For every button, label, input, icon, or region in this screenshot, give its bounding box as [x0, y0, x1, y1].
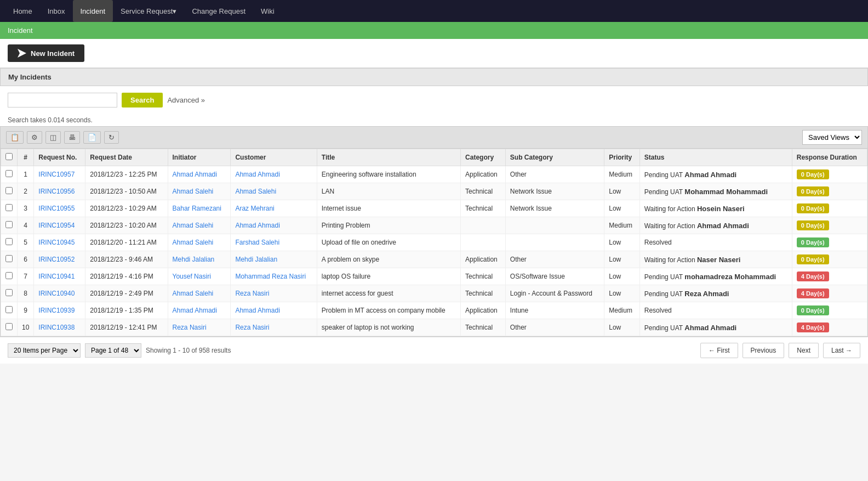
- row-customer[interactable]: Mehdi Jalalian: [231, 251, 317, 268]
- th-priority: Priority: [604, 149, 639, 166]
- row-initiator[interactable]: Ahmad Salehi: [168, 183, 231, 200]
- row-checkbox[interactable]: [5, 221, 13, 228]
- toolbar-copy-btn[interactable]: 📋: [6, 131, 24, 144]
- new-incident-button[interactable]: New Incident: [8, 44, 84, 62]
- row-checkbox[interactable]: [5, 204, 13, 211]
- row-checkbox-cell: [1, 302, 18, 319]
- row-request-no[interactable]: IRINC10956: [34, 183, 85, 200]
- row-checkbox[interactable]: [5, 323, 13, 330]
- nav-change-request[interactable]: Change Request: [184, 0, 253, 22]
- nav-service-request[interactable]: Service Request ▾: [113, 0, 184, 22]
- row-request-no[interactable]: IRINC10954: [34, 217, 85, 234]
- row-priority: Medium: [604, 217, 639, 234]
- row-response-duration: 0 Day(s): [792, 183, 867, 200]
- row-response-duration: 0 Day(s): [792, 217, 867, 234]
- row-title: Upload of file on onedrive: [317, 234, 460, 251]
- table-row: 6 IRINC10952 2018/12/23 - 9:46 AM Mehdi …: [1, 251, 867, 268]
- row-response-duration: 0 Day(s): [792, 302, 867, 319]
- toolbar-export-btn[interactable]: 📄: [83, 131, 101, 144]
- row-initiator[interactable]: Ahmad Ahmadi: [168, 302, 231, 319]
- table-row: 5 IRINC10945 2018/12/20 - 11:21 AM Ahmad…: [1, 234, 867, 251]
- row-checkbox[interactable]: [5, 170, 13, 177]
- row-initiator[interactable]: Mehdi Jalalian: [168, 251, 231, 268]
- per-page-select[interactable]: 20 Items per Page: [8, 343, 81, 358]
- row-request-date: 2018/12/19 - 1:35 PM: [85, 302, 168, 319]
- row-sub-category: Intune: [505, 302, 604, 319]
- action-bar: New Incident: [0, 39, 868, 68]
- row-title: Internet issue: [317, 200, 460, 217]
- row-response-duration: 0 Day(s): [792, 200, 867, 217]
- row-initiator[interactable]: Yousef Nasiri: [168, 268, 231, 285]
- row-request-no[interactable]: IRINC10940: [34, 285, 85, 302]
- search-input[interactable]: [8, 93, 117, 107]
- search-info: Search takes 0.014 seconds.: [0, 114, 868, 126]
- row-customer[interactable]: Araz Mehrani: [231, 200, 317, 217]
- response-badge: 0 Day(s): [797, 186, 829, 196]
- row-checkbox[interactable]: [5, 306, 13, 313]
- next-page-button[interactable]: Next: [789, 343, 819, 358]
- row-priority: Low: [604, 200, 639, 217]
- first-page-button[interactable]: ← First: [700, 343, 738, 358]
- row-checkbox[interactable]: [5, 272, 13, 279]
- nav-incident[interactable]: Incident: [73, 0, 113, 22]
- row-request-no[interactable]: IRINC10939: [34, 302, 85, 319]
- row-checkbox[interactable]: [5, 187, 13, 194]
- search-button[interactable]: Search: [122, 93, 163, 107]
- th-request-no: Request No.: [34, 149, 85, 166]
- nav-inbox[interactable]: Inbox: [40, 0, 73, 22]
- row-response-duration: 0 Day(s): [792, 234, 867, 251]
- row-checkbox[interactable]: [5, 289, 13, 296]
- section-header: My Incidents: [0, 68, 868, 86]
- row-request-no[interactable]: IRINC10938: [34, 319, 85, 336]
- row-customer[interactable]: Reza Nasiri: [231, 285, 317, 302]
- row-request-date: 2018/12/23 - 10:50 AM: [85, 183, 168, 200]
- toolbar-print-btn[interactable]: 🖶: [64, 131, 80, 144]
- last-page-button[interactable]: Last →: [823, 343, 860, 358]
- row-initiator[interactable]: Ahmad Salehi: [168, 285, 231, 302]
- row-response-duration: 4 Day(s): [792, 268, 867, 285]
- page-select[interactable]: Page 1 of 48: [85, 343, 141, 358]
- row-checkbox[interactable]: [5, 238, 13, 245]
- row-request-date: 2018/12/20 - 11:21 AM: [85, 234, 168, 251]
- toolbar-settings-btn[interactable]: ⚙: [27, 131, 42, 144]
- toolbar-refresh-btn[interactable]: ↻: [104, 131, 119, 144]
- row-customer[interactable]: Ahmad Ahmadi: [231, 217, 317, 234]
- row-request-no[interactable]: IRINC10945: [34, 234, 85, 251]
- row-priority: Low: [604, 183, 639, 200]
- saved-views-select[interactable]: Saved Views: [802, 130, 862, 145]
- row-initiator[interactable]: Ahmad Salehi: [168, 217, 231, 234]
- row-request-no[interactable]: IRINC10952: [34, 251, 85, 268]
- row-customer[interactable]: Ahmad Ahmadi: [231, 166, 317, 183]
- row-title: Problem in MT access on company mobile: [317, 302, 460, 319]
- row-request-no[interactable]: IRINC10941: [34, 268, 85, 285]
- th-status: Status: [639, 149, 792, 166]
- row-customer[interactable]: Reza Nasiri: [231, 319, 317, 336]
- th-num: #: [18, 149, 34, 166]
- row-category: Technical: [461, 200, 506, 217]
- row-customer[interactable]: Ahmad Ahmadi: [231, 302, 317, 319]
- row-initiator[interactable]: Ahmad Salehi: [168, 234, 231, 251]
- nav-wiki[interactable]: Wiki: [253, 0, 282, 22]
- row-response-duration: 0 Day(s): [792, 251, 867, 268]
- previous-page-button[interactable]: Previous: [743, 343, 785, 358]
- row-status: Resolved: [639, 234, 792, 251]
- row-num: 7: [18, 268, 34, 285]
- row-title: Engineering software installation: [317, 166, 460, 183]
- breadcrumb: Incident: [0, 22, 868, 39]
- row-customer[interactable]: Farshad Salehi: [231, 234, 317, 251]
- row-initiator[interactable]: Ahmad Ahmadi: [168, 166, 231, 183]
- advanced-search-link[interactable]: Advanced »: [167, 96, 205, 104]
- row-customer[interactable]: Mohammad Reza Nasiri: [231, 268, 317, 285]
- toolbar-table-btn[interactable]: ◫: [45, 131, 61, 144]
- row-initiator[interactable]: Bahar Ramezani: [168, 200, 231, 217]
- row-request-no[interactable]: IRINC10957: [34, 166, 85, 183]
- row-title: internet access for guest: [317, 285, 460, 302]
- row-request-no[interactable]: IRINC10955: [34, 200, 85, 217]
- row-status: Pending UAT Ahmad Ahmadi: [639, 319, 792, 336]
- row-checkbox[interactable]: [5, 255, 13, 262]
- nav-home[interactable]: Home: [5, 0, 40, 22]
- row-initiator[interactable]: Reza Nasiri: [168, 319, 231, 336]
- row-request-date: 2018/12/23 - 12:25 PM: [85, 166, 168, 183]
- row-customer[interactable]: Ahmad Salehi: [231, 183, 317, 200]
- select-all-checkbox[interactable]: [5, 153, 13, 160]
